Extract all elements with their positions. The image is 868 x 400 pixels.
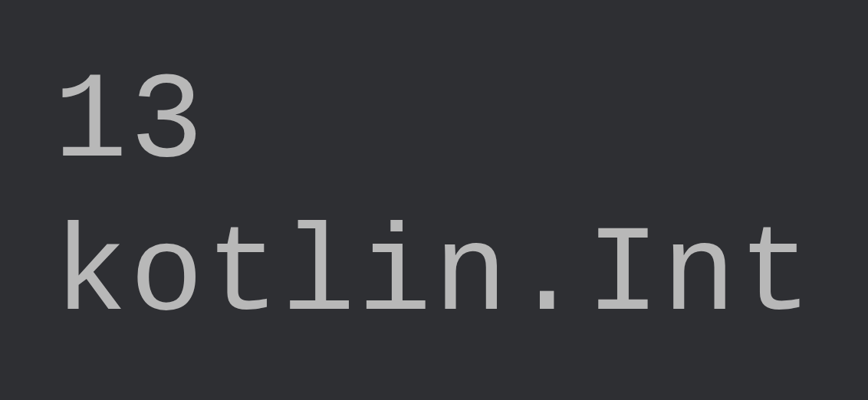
repl-output-value: 13 bbox=[54, 47, 868, 200]
repl-output-type: kotlin.Int bbox=[54, 200, 868, 353]
